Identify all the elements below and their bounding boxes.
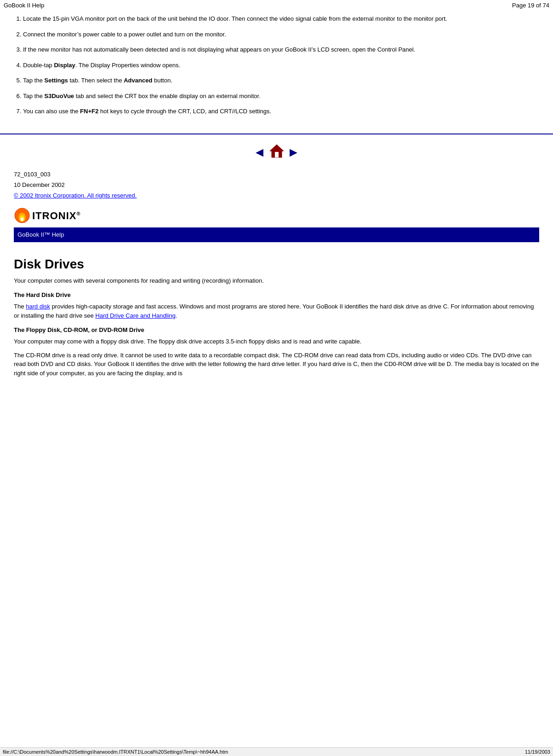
hard-disk-before: The <box>14 303 26 310</box>
hard-disk-end: . <box>175 312 177 319</box>
step-2: Connect the monitor’s power cable to a p… <box>23 30 539 39</box>
gobook-bar-text: GoBook II™ Help <box>17 231 64 238</box>
step-5-bold2: Advanced <box>124 77 152 84</box>
step-4-after: . The Display Properties window opens. <box>75 62 180 69</box>
step-5-mid: tab. Then select the <box>68 77 124 84</box>
step-7-after: hot keys to cycle through the CRT, LCD, … <box>99 108 271 115</box>
hard-disk-para: The hard disk provides high-capacity sto… <box>14 302 539 320</box>
step-7-bold: FN+F2 <box>80 108 99 115</box>
gobook-bar: GoBook II™ Help <box>14 227 539 242</box>
logo-text-itronix: ITRONIX® <box>32 207 81 225</box>
step-6-before: Tap the <box>23 93 44 99</box>
hard-disk-title: The Hard Disk Drive <box>14 291 539 298</box>
itronix-logo: ITRONIX® <box>14 207 81 225</box>
steps-list: Locate the 15-pin VGA monitor port on th… <box>23 14 539 116</box>
footer-info: 72_0103_003 10 December 2002 © 2002 Itro… <box>0 169 553 242</box>
step-4: Double-tap Display. The Display Properti… <box>23 61 539 70</box>
nav-back-icon[interactable]: ◄ <box>253 145 266 160</box>
nav-icons: ◄ ► <box>0 144 553 162</box>
logo-icon <box>14 207 30 224</box>
step-4-bold: Display <box>54 62 75 69</box>
step-6: Tap the S3DuoVue tab and select the CRT … <box>23 92 539 101</box>
step-5-bold1: Settings <box>44 77 68 84</box>
step-5-after: button. <box>152 77 172 84</box>
step-3: If the new monitor has not automatically… <box>23 45 539 54</box>
disk-drives-intro: Your computer comes with several compone… <box>14 276 539 285</box>
step-1-text: Locate the 15-pin VGA monitor port on th… <box>23 15 447 22</box>
hard-disk-after: provides high-capacity storage and fast … <box>14 303 534 319</box>
step-3-text: If the new monitor has not automatically… <box>23 46 415 53</box>
divider-top <box>0 134 553 134</box>
main-content: Locate the 15-pin VGA monitor port on th… <box>0 11 553 126</box>
hard-drive-care-link[interactable]: Hard Drive Care and Handling <box>95 312 175 319</box>
nav-forward-icon[interactable]: ► <box>287 145 300 160</box>
doc-date: 10 December 2002 <box>14 180 539 190</box>
svg-rect-1 <box>275 152 279 157</box>
app-title: GoBook II Help <box>4 2 44 9</box>
floppy-para2: The CD-ROM drive is a read only drive. I… <box>14 351 539 378</box>
svg-point-5 <box>21 217 23 221</box>
floppy-title: The Floppy Disk, CD-ROM, or DVD-ROM Driv… <box>14 326 539 333</box>
step-7-before: You can also use the <box>23 108 80 115</box>
disk-drives-title: Disk Drives <box>14 257 539 272</box>
step-6-after: tab and select the CRT box the enable di… <box>74 93 261 99</box>
step-5: Tap the Settings tab. Then select the Ad… <box>23 76 539 85</box>
doc-id: 72_0103_003 <box>14 169 539 180</box>
page-header: GoBook II Help Page 19 of 74 <box>0 0 553 11</box>
step-4-before: Double-tap <box>23 62 54 69</box>
step-7: You can also use the FN+F2 hot keys to c… <box>23 107 539 116</box>
step-5-before: Tap the <box>23 77 44 84</box>
copyright-line: © 2002 Itronix Corporation. All rights r… <box>14 190 539 201</box>
step-1: Locate the 15-pin VGA monitor port on th… <box>23 14 539 23</box>
hard-disk-link[interactable]: hard disk <box>26 303 50 310</box>
step-2-text: Connect the monitor’s power cable to a p… <box>23 31 226 38</box>
disk-drives-section: Disk Drives Your computer comes with sev… <box>0 247 553 386</box>
floppy-para1: Your computer may come with a floppy dis… <box>14 337 539 346</box>
step-6-bold: S3DuoVue <box>44 93 74 99</box>
nav-home-icon[interactable] <box>269 144 285 162</box>
logo-area: ITRONIX® <box>14 207 539 225</box>
page-info: Page 19 of 74 <box>512 2 549 9</box>
copyright-link[interactable]: © 2002 Itronix Corporation. All rights r… <box>14 192 137 199</box>
